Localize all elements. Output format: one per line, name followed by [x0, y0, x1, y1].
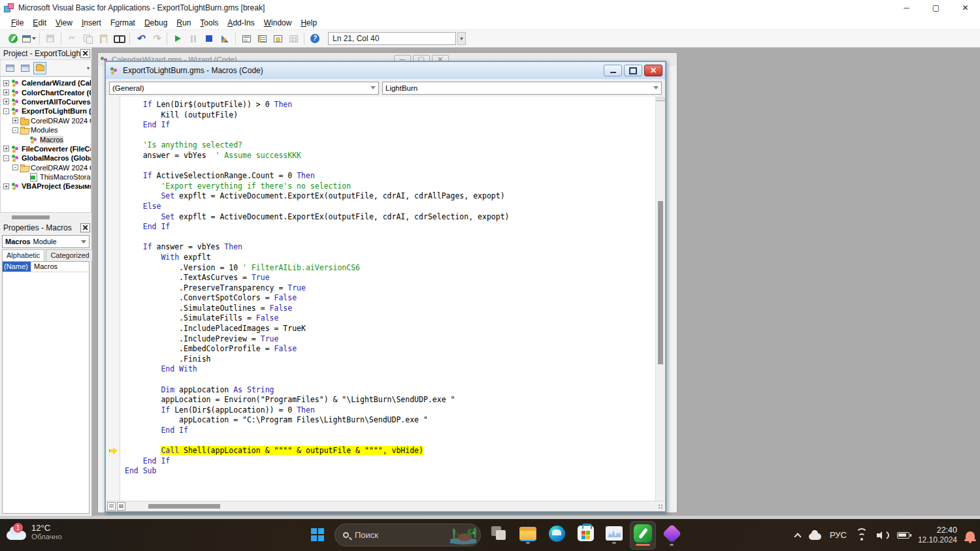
tree-item-fileconverter-fileco[interactable]: +FileConverter (FileCo	[1, 144, 91, 153]
microsoft-store-taskbar-button[interactable]	[572, 521, 598, 550]
menu-debug[interactable]: Debug	[140, 17, 172, 29]
vertical-scrollbar-thumb[interactable]	[658, 201, 663, 364]
wifi-icon[interactable]	[855, 531, 868, 540]
cut-button[interactable]	[64, 31, 80, 46]
code-minimize-button[interactable]	[604, 65, 622, 76]
toolbar-overflow-button[interactable]	[457, 32, 466, 45]
weather-widget[interactable]: 1 12°C Облачно	[7, 523, 62, 541]
tree-item-macros[interactable]: Macros	[1, 134, 91, 144]
minimize-button[interactable]: ─	[892, 0, 921, 16]
tab-categorized[interactable]: Categorized	[46, 249, 93, 261]
code-text[interactable]: If Len(Dir$(outputFile)) > 0 Then Kill (…	[121, 100, 655, 477]
expand-icon[interactable]: +	[3, 146, 9, 151]
menu-file[interactable]: File	[7, 17, 28, 29]
lightburn-taskbar-button[interactable]	[659, 521, 685, 550]
object-browser-button[interactable]	[270, 31, 286, 46]
procedure-view-button[interactable]	[107, 502, 116, 511]
collapse-icon[interactable]: -	[12, 127, 18, 133]
menu-window[interactable]: Window	[259, 17, 297, 29]
toggle-folders-button[interactable]	[33, 62, 46, 74]
tree-item-coreldraw-2024-ob[interactable]: +CorelDRAW 2024 Ob	[1, 116, 91, 125]
tree-item-coreldraw-2024-ob[interactable]: -CorelDRAW 2024 Ob	[1, 163, 91, 172]
property-value-cell[interactable]: Macros	[31, 262, 89, 272]
tree-item-vbaproject-безымя[interactable]: +VBAProject (Безымя	[1, 181, 91, 191]
file-explorer-taskbar-button[interactable]	[515, 521, 541, 550]
menu-help[interactable]: Help	[296, 17, 321, 29]
notification-bell-icon[interactable]	[966, 531, 975, 540]
break-button[interactable]	[186, 31, 201, 46]
vertical-scrollbar[interactable]	[655, 97, 665, 501]
code-editor[interactable]: If Len(Dir$(outputFile)) > 0 Then Kill (…	[106, 97, 665, 511]
close-button[interactable]: ✕	[951, 0, 980, 16]
paste-button[interactable]	[95, 31, 111, 46]
maximize-button[interactable]: ▢	[921, 0, 951, 16]
search-input[interactable]: Поиск	[335, 524, 481, 546]
reset-button[interactable]	[201, 31, 217, 46]
clock[interactable]: 22:40 12.10.2024	[918, 525, 957, 546]
redo-button[interactable]	[148, 31, 164, 46]
project-explorer-button[interactable]	[238, 31, 254, 46]
language-indicator[interactable]: РУС	[830, 530, 847, 540]
menu-add-ins[interactable]: Add-Ins	[223, 17, 259, 29]
onedrive-icon[interactable]	[809, 533, 821, 540]
object-selector[interactable]: Macros Module	[2, 235, 90, 248]
save-button[interactable]	[42, 31, 58, 46]
menu-format[interactable]: Format	[106, 17, 140, 29]
split-handle[interactable]	[656, 97, 665, 101]
expand-icon[interactable]: +	[3, 99, 9, 104]
tree-item-globalmacros-global[interactable]: -GlobalMacros (Global	[1, 153, 91, 163]
toolbox-button[interactable]	[286, 31, 301, 46]
project-tree-hscrollbar[interactable]	[0, 213, 91, 222]
run-button[interactable]	[170, 31, 186, 46]
code-maximize-button[interactable]	[624, 65, 642, 76]
tree-item-calendarwizard-cal[interactable]: +CalendarWizard (Cal	[1, 78, 91, 87]
edge-taskbar-button[interactable]	[544, 521, 570, 550]
insert-userform-button[interactable]	[21, 31, 37, 46]
code-close-button[interactable]	[644, 65, 662, 76]
code-window-titlebar[interactable]: ExportToLightBurn.gms - Macros (Code)	[106, 62, 665, 79]
tree-item-modules[interactable]: -Modules	[1, 125, 91, 134]
properties-panel-close-icon[interactable]: ✕	[80, 223, 90, 232]
start-button[interactable]	[311, 528, 325, 542]
properties-window-button[interactable]	[254, 31, 270, 46]
tab-alphabetic[interactable]: Alphabetic	[2, 249, 44, 261]
task-view-taskbar-button[interactable]	[486, 521, 512, 550]
help-button[interactable]	[307, 31, 323, 46]
tree-item-exporttolightburn-e[interactable]: -ExportToLightBurn (E	[1, 106, 91, 116]
battery-icon[interactable]	[897, 532, 909, 539]
copy-button[interactable]	[80, 31, 95, 46]
volume-icon[interactable]	[877, 531, 889, 540]
collapse-icon[interactable]: -	[12, 165, 18, 170]
expand-icon[interactable]: +	[3, 89, 9, 95]
tree-item-thismacrostorag[interactable]: ThisMacroStorag	[1, 172, 91, 181]
view-code-button[interactable]	[3, 62, 16, 74]
expand-icon[interactable]: +	[3, 80, 9, 86]
collapse-icon[interactable]: -	[3, 108, 9, 114]
collapse-icon[interactable]: -	[3, 155, 9, 161]
menu-run[interactable]: Run	[172, 17, 195, 29]
property-name-cell[interactable]: (Name)	[3, 262, 31, 272]
find-button[interactable]	[111, 31, 127, 46]
design-mode-button[interactable]	[217, 31, 233, 46]
undo-button[interactable]	[133, 31, 148, 46]
expand-icon[interactable]: +	[12, 118, 18, 123]
coreldraw-taskbar-button[interactable]	[630, 521, 656, 550]
view-coreldraw-button[interactable]	[5, 31, 21, 46]
expand-icon[interactable]: +	[3, 183, 9, 189]
menu-edit[interactable]: Edit	[28, 17, 51, 29]
horizontal-scrollbar-thumb[interactable]	[148, 504, 220, 509]
panel-overflow-icon[interactable]: ▾	[87, 65, 90, 71]
system-monitor-taskbar-button[interactable]	[601, 521, 627, 550]
resize-grip[interactable]	[658, 504, 663, 509]
tray-chevron-up-icon[interactable]	[794, 533, 801, 540]
project-tree[interactable]: +CalendarWizard (Cal+ColorChartCreator (…	[0, 76, 91, 213]
breakpoint-margin[interactable]	[106, 97, 120, 501]
tree-item-convertalltocurves[interactable]: +ConvertAllToCurves	[1, 97, 91, 106]
menu-tools[interactable]: Tools	[195, 17, 223, 29]
object-dropdown[interactable]: (General)	[109, 82, 379, 95]
menu-view[interactable]: View	[51, 17, 77, 29]
procedure-dropdown[interactable]: LightBurn	[382, 82, 662, 95]
view-object-button[interactable]	[18, 62, 31, 74]
full-module-view-button[interactable]	[117, 502, 125, 511]
menu-insert[interactable]: Insert	[77, 17, 106, 29]
